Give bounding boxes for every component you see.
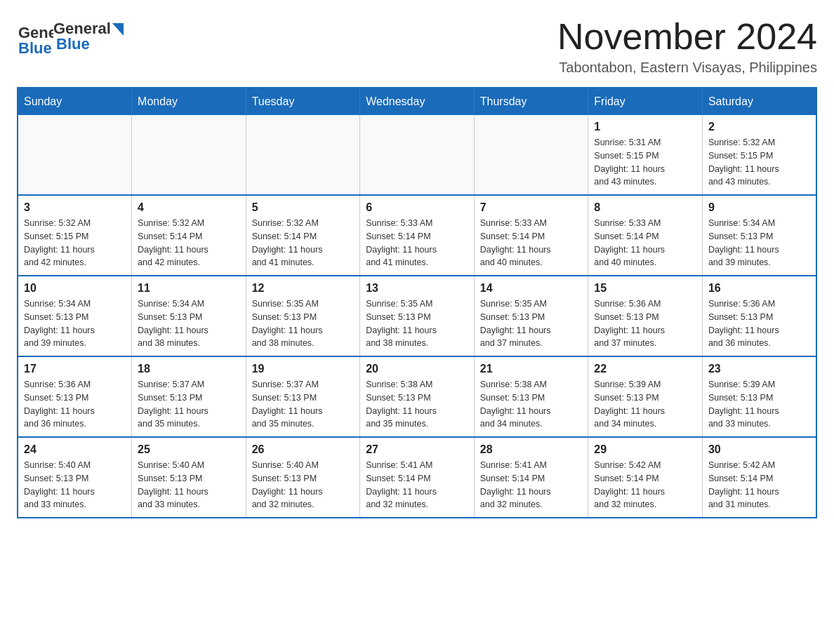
day-number: 16 bbox=[708, 282, 810, 295]
weekday-header-row: SundayMondayTuesdayWednesdayThursdayFrid… bbox=[18, 88, 816, 115]
calendar-day-cell: 5Sunrise: 5:32 AMSunset: 5:14 PMDaylight… bbox=[246, 195, 360, 276]
calendar-day-cell: 16Sunrise: 5:36 AMSunset: 5:13 PMDayligh… bbox=[702, 276, 816, 356]
calendar-day-cell bbox=[246, 115, 360, 195]
day-info: Sunrise: 5:35 AMSunset: 5:13 PMDaylight:… bbox=[252, 297, 355, 350]
day-number: 7 bbox=[480, 201, 583, 214]
calendar-week-row: 3Sunrise: 5:32 AMSunset: 5:15 PMDaylight… bbox=[18, 195, 816, 276]
day-info: Sunrise: 5:35 AMSunset: 5:13 PMDaylight:… bbox=[366, 297, 468, 350]
calendar-week-row: 10Sunrise: 5:34 AMSunset: 5:13 PMDayligh… bbox=[18, 276, 816, 356]
calendar-day-cell: 18Sunrise: 5:37 AMSunset: 5:13 PMDayligh… bbox=[132, 356, 246, 437]
svg-marker-3 bbox=[112, 23, 124, 36]
day-info: Sunrise: 5:33 AMSunset: 5:14 PMDaylight:… bbox=[594, 217, 696, 269]
day-number: 28 bbox=[480, 443, 583, 456]
day-info: Sunrise: 5:32 AMSunset: 5:15 PMDaylight:… bbox=[24, 217, 126, 269]
day-info: Sunrise: 5:39 AMSunset: 5:13 PMDaylight:… bbox=[594, 378, 696, 431]
day-number: 12 bbox=[252, 282, 355, 295]
weekday-header-tuesday: Tuesday bbox=[246, 88, 360, 115]
day-info: Sunrise: 5:40 AMSunset: 5:13 PMDaylight:… bbox=[252, 459, 355, 511]
day-number: 17 bbox=[24, 363, 126, 375]
calendar-day-cell: 3Sunrise: 5:32 AMSunset: 5:15 PMDaylight… bbox=[18, 195, 132, 276]
day-number: 23 bbox=[708, 363, 810, 375]
day-info: Sunrise: 5:32 AMSunset: 5:14 PMDaylight:… bbox=[138, 217, 240, 269]
weekday-header-friday: Friday bbox=[588, 88, 703, 115]
calendar-day-cell: 27Sunrise: 5:41 AMSunset: 5:14 PMDayligh… bbox=[360, 437, 475, 518]
calendar-day-cell: 21Sunrise: 5:38 AMSunset: 5:13 PMDayligh… bbox=[474, 356, 588, 437]
day-info: Sunrise: 5:34 AMSunset: 5:13 PMDaylight:… bbox=[138, 297, 240, 350]
calendar-table: SundayMondayTuesdayWednesdayThursdayFrid… bbox=[17, 87, 817, 518]
day-number: 2 bbox=[708, 121, 810, 133]
day-info: Sunrise: 5:35 AMSunset: 5:13 PMDaylight:… bbox=[480, 297, 583, 350]
day-number: 21 bbox=[480, 363, 583, 375]
calendar-day-cell: 29Sunrise: 5:42 AMSunset: 5:14 PMDayligh… bbox=[588, 437, 703, 518]
day-info: Sunrise: 5:36 AMSunset: 5:13 PMDaylight:… bbox=[708, 297, 810, 350]
calendar-day-cell: 1Sunrise: 5:31 AMSunset: 5:15 PMDaylight… bbox=[588, 115, 703, 195]
logo: General Blue General Blue bbox=[17, 17, 124, 53]
day-info: Sunrise: 5:34 AMSunset: 5:13 PMDaylight:… bbox=[708, 217, 810, 269]
calendar-day-cell: 6Sunrise: 5:33 AMSunset: 5:14 PMDaylight… bbox=[360, 195, 475, 276]
calendar-day-cell: 22Sunrise: 5:39 AMSunset: 5:13 PMDayligh… bbox=[588, 356, 703, 437]
day-number: 9 bbox=[708, 201, 810, 214]
day-number: 25 bbox=[138, 443, 240, 456]
location-title: Tabontabon, Eastern Visayas, Philippines bbox=[557, 60, 817, 76]
day-number: 1 bbox=[594, 121, 696, 133]
day-number: 29 bbox=[594, 443, 696, 456]
calendar-day-cell bbox=[474, 115, 588, 195]
logo-icon: General Blue bbox=[17, 17, 53, 53]
day-number: 24 bbox=[24, 443, 126, 456]
calendar-day-cell: 26Sunrise: 5:40 AMSunset: 5:13 PMDayligh… bbox=[246, 437, 360, 518]
day-number: 18 bbox=[138, 363, 240, 375]
day-number: 14 bbox=[480, 282, 583, 295]
weekday-header-wednesday: Wednesday bbox=[360, 88, 475, 115]
calendar-day-cell: 7Sunrise: 5:33 AMSunset: 5:14 PMDaylight… bbox=[474, 195, 588, 276]
logo-arrow-icon bbox=[112, 23, 124, 36]
day-info: Sunrise: 5:38 AMSunset: 5:13 PMDaylight:… bbox=[366, 378, 468, 431]
calendar-day-cell: 9Sunrise: 5:34 AMSunset: 5:13 PMDaylight… bbox=[702, 195, 816, 276]
weekday-header-sunday: Sunday bbox=[18, 88, 132, 115]
day-number: 20 bbox=[366, 363, 468, 375]
day-info: Sunrise: 5:37 AMSunset: 5:13 PMDaylight:… bbox=[252, 378, 355, 431]
weekday-header-saturday: Saturday bbox=[702, 88, 816, 115]
day-info: Sunrise: 5:36 AMSunset: 5:13 PMDaylight:… bbox=[24, 378, 126, 431]
day-info: Sunrise: 5:32 AMSunset: 5:15 PMDaylight:… bbox=[708, 136, 810, 189]
day-number: 5 bbox=[252, 201, 355, 214]
calendar-day-cell: 12Sunrise: 5:35 AMSunset: 5:13 PMDayligh… bbox=[246, 276, 360, 356]
day-info: Sunrise: 5:31 AMSunset: 5:15 PMDaylight:… bbox=[594, 136, 696, 189]
calendar-day-cell: 13Sunrise: 5:35 AMSunset: 5:13 PMDayligh… bbox=[360, 276, 475, 356]
calendar-day-cell: 20Sunrise: 5:38 AMSunset: 5:13 PMDayligh… bbox=[360, 356, 475, 437]
day-number: 8 bbox=[594, 201, 696, 214]
weekday-header-monday: Monday bbox=[132, 88, 246, 115]
calendar-day-cell: 17Sunrise: 5:36 AMSunset: 5:13 PMDayligh… bbox=[18, 356, 132, 437]
calendar-day-cell: 2Sunrise: 5:32 AMSunset: 5:15 PMDaylight… bbox=[702, 115, 816, 195]
day-info: Sunrise: 5:41 AMSunset: 5:14 PMDaylight:… bbox=[480, 459, 583, 511]
calendar-day-cell: 15Sunrise: 5:36 AMSunset: 5:13 PMDayligh… bbox=[588, 276, 703, 356]
day-number: 10 bbox=[24, 282, 126, 295]
day-number: 30 bbox=[708, 443, 810, 456]
calendar-day-cell: 11Sunrise: 5:34 AMSunset: 5:13 PMDayligh… bbox=[132, 276, 246, 356]
day-info: Sunrise: 5:37 AMSunset: 5:13 PMDaylight:… bbox=[138, 378, 240, 431]
calendar-day-cell: 4Sunrise: 5:32 AMSunset: 5:14 PMDaylight… bbox=[132, 195, 246, 276]
day-info: Sunrise: 5:39 AMSunset: 5:13 PMDaylight:… bbox=[708, 378, 810, 431]
calendar-week-row: 1Sunrise: 5:31 AMSunset: 5:15 PMDaylight… bbox=[18, 115, 816, 195]
title-section: November 2024 Tabontabon, Eastern Visaya… bbox=[557, 17, 817, 76]
day-info: Sunrise: 5:32 AMSunset: 5:14 PMDaylight:… bbox=[252, 217, 355, 269]
calendar-day-cell: 8Sunrise: 5:33 AMSunset: 5:14 PMDaylight… bbox=[588, 195, 703, 276]
day-number: 15 bbox=[594, 282, 696, 295]
logo-blue-text: Blue bbox=[56, 36, 124, 53]
day-info: Sunrise: 5:42 AMSunset: 5:14 PMDaylight:… bbox=[708, 459, 810, 511]
calendar-day-cell bbox=[360, 115, 475, 195]
month-title: November 2024 bbox=[557, 17, 817, 57]
calendar-day-cell: 10Sunrise: 5:34 AMSunset: 5:13 PMDayligh… bbox=[18, 276, 132, 356]
day-info: Sunrise: 5:41 AMSunset: 5:14 PMDaylight:… bbox=[366, 459, 468, 511]
day-number: 27 bbox=[366, 443, 468, 456]
calendar-day-cell: 30Sunrise: 5:42 AMSunset: 5:14 PMDayligh… bbox=[702, 437, 816, 518]
calendar-day-cell: 23Sunrise: 5:39 AMSunset: 5:13 PMDayligh… bbox=[702, 356, 816, 437]
day-number: 11 bbox=[138, 282, 240, 295]
day-info: Sunrise: 5:42 AMSunset: 5:14 PMDaylight:… bbox=[594, 459, 696, 511]
day-info: Sunrise: 5:40 AMSunset: 5:13 PMDaylight:… bbox=[24, 459, 126, 511]
day-info: Sunrise: 5:34 AMSunset: 5:13 PMDaylight:… bbox=[24, 297, 126, 350]
calendar-day-cell: 14Sunrise: 5:35 AMSunset: 5:13 PMDayligh… bbox=[474, 276, 588, 356]
day-number: 22 bbox=[594, 363, 696, 375]
day-number: 4 bbox=[138, 201, 240, 214]
calendar-day-cell: 19Sunrise: 5:37 AMSunset: 5:13 PMDayligh… bbox=[246, 356, 360, 437]
weekday-header-thursday: Thursday bbox=[474, 88, 588, 115]
